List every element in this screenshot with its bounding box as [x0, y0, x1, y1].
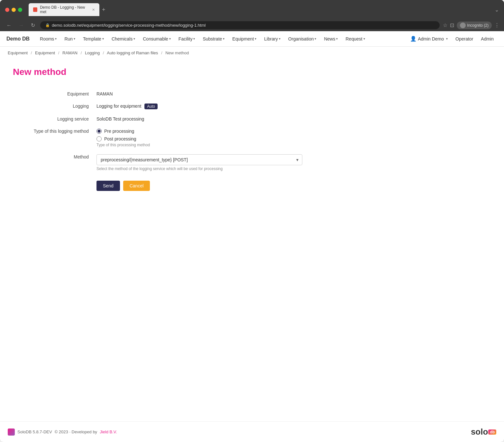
- pip-icon[interactable]: ⊡: [450, 22, 454, 28]
- nav-item-admin[interactable]: Admin: [477, 31, 498, 47]
- footer-right: solo db: [471, 427, 496, 437]
- back-button[interactable]: ←: [5, 22, 14, 29]
- user-label: Admin Demo: [418, 36, 444, 41]
- method-hint: Select the method of the logging service…: [96, 167, 302, 171]
- page-footer: SoloDB 5.8.7-DEV © 2023 · Developed by J…: [0, 421, 504, 442]
- reload-button[interactable]: ↻: [29, 22, 37, 29]
- breadcrumb: Equipment / Equipment / RAMAN / Logging …: [0, 47, 504, 59]
- auto-badge: Auto: [144, 104, 158, 109]
- forward-button[interactable]: →: [17, 22, 26, 29]
- footer-logo-icon: [8, 428, 15, 436]
- breadcrumb-equipment2[interactable]: Equipment: [35, 50, 55, 55]
- browser-window: Demo DB - Logging - New met ✕ + ⌄ ← → ↻ …: [0, 0, 504, 442]
- nav-item-user[interactable]: 👤 Admin Demo ▾: [406, 31, 452, 47]
- footer-copyright: © 2023 · Developed by: [55, 429, 97, 434]
- organisation-caret: ▾: [315, 37, 316, 41]
- nav-item-library[interactable]: Library ▾: [260, 31, 284, 47]
- breadcrumb-sep1: /: [31, 50, 32, 55]
- nav-item-rooms[interactable]: Rooms ▾: [36, 31, 60, 47]
- method-value-cell: preprocessing/{measurement_type} [POST] …: [96, 150, 302, 174]
- post-processing-radio-label[interactable]: Post processing: [96, 136, 302, 141]
- logging-service-label: Logging service: [13, 113, 96, 125]
- pre-processing-radio[interactable]: [96, 129, 102, 134]
- breadcrumb-sep3: /: [81, 50, 82, 55]
- chemicals-caret: ▾: [133, 37, 135, 41]
- consumable-caret: ▾: [169, 37, 171, 41]
- breadcrumb-raman[interactable]: RAMAN: [62, 50, 78, 55]
- page-title: New method: [13, 67, 491, 77]
- template-caret: ▾: [102, 37, 104, 41]
- user-icon: 👤: [410, 36, 417, 42]
- nav-item-equipment[interactable]: Equipment ▾: [228, 31, 260, 47]
- browser-menu-button[interactable]: ⋮: [494, 22, 499, 28]
- method-label: Method: [13, 150, 96, 174]
- close-button[interactable]: [5, 8, 9, 12]
- url-text: demo.solodb.net/equipment/logging/servic…: [52, 23, 206, 28]
- address-bar[interactable]: 🔒 demo.solodb.net/equipment/logging/serv…: [40, 21, 440, 29]
- tab-close-button[interactable]: ✕: [92, 8, 95, 12]
- nav-item-consumable[interactable]: Consumable ▾: [139, 31, 175, 47]
- active-tab[interactable]: Demo DB - Logging - New met ✕: [29, 3, 99, 16]
- method-row: Method preprocessing/{measurement_type} …: [13, 150, 302, 174]
- tab-bar: Demo DB - Logging - New met ✕ + ⌄: [29, 3, 499, 16]
- top-nav: Demo DB Rooms ▾ Run ▾ Template ▾ Chemica…: [0, 31, 504, 47]
- logging-row: Logging Logging for equipment Auto: [13, 100, 302, 113]
- nav-item-chemicals[interactable]: Chemicals ▾: [108, 31, 139, 47]
- browser-titlebar: Demo DB - Logging - New met ✕ + ⌄: [0, 0, 504, 19]
- logging-value-cell: Logging for equipment Auto: [96, 100, 302, 113]
- incognito-button[interactable]: Incognito (2): [457, 22, 492, 29]
- footer-developer-link[interactable]: Jield B.V.: [100, 429, 117, 434]
- breadcrumb-equipment1[interactable]: Equipment: [8, 50, 28, 55]
- nav-item-operator[interactable]: Operator: [452, 31, 477, 47]
- incognito-label: Incognito (2): [467, 23, 489, 28]
- breadcrumb-sep2: /: [58, 50, 60, 55]
- facility-caret: ▾: [193, 37, 195, 41]
- nav-item-template[interactable]: Template ▾: [79, 31, 108, 47]
- nav-item-news[interactable]: News ▾: [320, 31, 342, 47]
- type-row: Type of this logging method Pre processi…: [13, 125, 302, 150]
- cancel-button[interactable]: Cancel: [123, 181, 150, 191]
- equipment-value: RAMAN: [96, 87, 302, 100]
- rooms-caret: ▾: [55, 37, 57, 41]
- nav-item-run[interactable]: Run ▾: [60, 31, 79, 47]
- user-caret: ▾: [446, 37, 448, 41]
- page-content: Demo DB Rooms ▾ Run ▾ Template ▾ Chemica…: [0, 31, 504, 442]
- breadcrumb-logging[interactable]: Logging: [85, 50, 100, 55]
- type-label: Type of this logging method: [13, 125, 96, 150]
- pre-processing-radio-label[interactable]: Pre processing: [96, 129, 302, 134]
- post-processing-radio[interactable]: [96, 136, 102, 141]
- button-label-cell: [13, 174, 96, 194]
- library-caret: ▾: [279, 37, 280, 41]
- breadcrumb-sep5: /: [161, 50, 162, 55]
- nav-item-organisation[interactable]: Organisation ▾: [284, 31, 320, 47]
- breadcrumb-current: New method: [165, 50, 189, 55]
- method-select-wrapper: preprocessing/{measurement_type} [POST]: [96, 154, 302, 165]
- post-processing-label: Post processing: [104, 136, 136, 141]
- nav-item-request[interactable]: Request ▾: [342, 31, 369, 47]
- equipment-label: Equipment: [13, 87, 96, 100]
- request-caret: ▾: [363, 37, 365, 41]
- maximize-button[interactable]: [18, 8, 22, 12]
- button-value-cell: Send Cancel: [96, 174, 302, 194]
- tab-menu-button[interactable]: ⌄: [495, 7, 499, 13]
- logging-value: Logging for equipment: [96, 104, 141, 109]
- method-select[interactable]: preprocessing/{measurement_type} [POST]: [96, 154, 302, 165]
- footer-left: SoloDB 5.8.7-DEV © 2023 · Developed by J…: [8, 428, 117, 436]
- address-bar-row: ← → ↻ 🔒 demo.solodb.net/equipment/loggin…: [0, 19, 504, 31]
- nav-brand[interactable]: Demo DB: [6, 36, 30, 42]
- bookmark-icon[interactable]: ☆: [443, 22, 447, 28]
- new-tab-button[interactable]: +: [102, 6, 105, 13]
- form-actions: Send Cancel: [96, 181, 302, 191]
- lock-icon: 🔒: [45, 23, 50, 27]
- form-table: Equipment RAMAN Logging Logging for equi…: [13, 87, 302, 194]
- tab-label: Demo DB - Logging - New met: [40, 5, 89, 14]
- tab-favicon: [33, 7, 37, 12]
- footer-app-name: SoloDB 5.8.7-DEV: [17, 429, 52, 434]
- send-button[interactable]: Send: [96, 181, 120, 191]
- nav-item-facility[interactable]: Facility ▾: [175, 31, 199, 47]
- breadcrumb-auto-logging[interactable]: Auto logging of Raman files: [107, 50, 158, 55]
- nav-item-substrate[interactable]: Substrate ▾: [199, 31, 228, 47]
- processing-type-radio-group: Pre processing Post processing: [96, 129, 302, 141]
- logging-service-value: SoloDB Test processing: [96, 113, 302, 125]
- minimize-button[interactable]: [12, 8, 16, 12]
